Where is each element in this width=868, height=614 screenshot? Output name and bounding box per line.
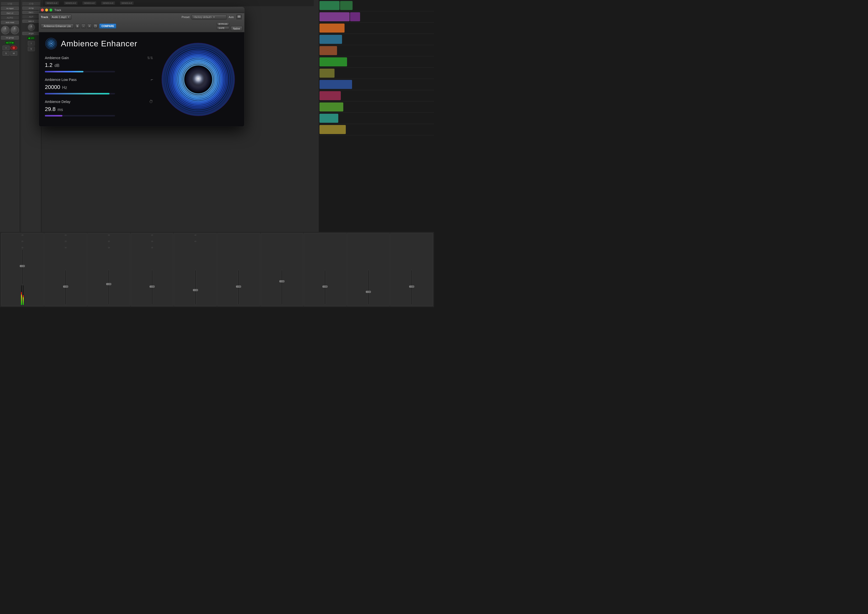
auto-svg	[237, 14, 241, 19]
bottom-strip-10	[390, 233, 433, 306]
preset-dropdown[interactable]: <factory default> ▼	[191, 14, 227, 20]
param-value-row-gain: 1.2 dB	[45, 62, 153, 68]
sends-label-3: SENDS A-E	[82, 2, 96, 5]
window-title: Track	[54, 9, 61, 11]
btn-b[interactable]: b	[75, 24, 80, 28]
bf-10[interactable]	[391, 234, 432, 305]
param-slider-gain[interactable]	[45, 71, 115, 72]
clip-row-4	[319, 34, 434, 45]
clip-row-5	[319, 45, 434, 56]
bs-scale-1: 202530	[21, 234, 23, 248]
clip-6[interactable]	[320, 35, 342, 44]
slider-fill-delay	[45, 115, 62, 116]
param-name-delay: Ambience Delay	[45, 100, 70, 104]
bottom-strip-6	[217, 233, 260, 306]
title-bar: Track	[39, 7, 244, 13]
param-header-delay: Ambience Delay ⏱	[45, 99, 153, 104]
compare-button[interactable]: COMPARE	[99, 23, 116, 29]
group-label-2: no gro	[22, 32, 40, 35]
btn-minus[interactable]: -	[81, 24, 86, 28]
sends-label-4: SENDS A-E	[101, 2, 115, 5]
clip-5[interactable]	[320, 23, 345, 33]
insert-btn-1[interactable]: I	[3, 46, 9, 50]
safe-button[interactable]: SAFE	[217, 26, 229, 30]
clip-8[interactable]	[320, 57, 347, 67]
clip-row-11	[319, 113, 434, 124]
bf-7[interactable]	[261, 234, 303, 305]
corner-icon: ⌐	[151, 78, 153, 82]
bf-4[interactable]	[132, 249, 173, 305]
auto-label-1: AUTO	[1, 16, 19, 20]
clip-row-1	[319, 0, 434, 11]
knob-1a[interactable]	[1, 26, 9, 34]
clip-9[interactable]	[320, 69, 334, 78]
sends-area: SENDS A-E SENDS A-E SENDS A-E SENDS A-E …	[43, 0, 314, 6]
clip-7[interactable]	[320, 46, 337, 55]
bypass-button[interactable]: BYPASS	[217, 22, 229, 26]
btn-copy[interactable]: ❐	[93, 24, 98, 28]
param-header-gain: Ambience Gain ⇅⇅	[45, 56, 153, 60]
close-button[interactable]	[41, 9, 44, 11]
knob-1b[interactable]	[11, 26, 19, 34]
maximize-button[interactable]	[50, 9, 52, 11]
svg-point-7	[50, 43, 52, 44]
solo-btn-2[interactable]: S	[28, 47, 35, 51]
param-slider-lowpass[interactable]	[45, 93, 115, 95]
clip-row-6	[319, 56, 434, 68]
svg-rect-0	[238, 16, 241, 16]
bf-6[interactable]	[218, 234, 259, 305]
level-display-1: ◀ 100 ▶	[5, 40, 15, 45]
bf-5[interactable]	[175, 243, 216, 305]
clip-14[interactable]	[320, 125, 346, 134]
clip-10[interactable]	[320, 80, 352, 89]
insert-btn-2[interactable]: I	[28, 41, 35, 46]
logo-svg	[45, 37, 57, 50]
svg-point-32	[162, 43, 234, 116]
clip-row-12	[319, 124, 434, 135]
bs-scale-2: 202530	[65, 234, 67, 248]
plugin-title-area: Ambience Enhancer	[45, 37, 153, 50]
output-label-1: Out 1-2	[1, 11, 19, 15]
clip-4[interactable]	[350, 12, 360, 21]
plugin-window: Track Track Audio 1.dup1 ▼ Preset <facto…	[39, 7, 244, 127]
param-value-row-lowpass: 20000 Hz	[45, 84, 153, 90]
clip-2[interactable]	[340, 1, 352, 10]
sends-label-5: SENDS A-E	[120, 2, 134, 5]
bs-scale-3: 203035	[108, 234, 110, 248]
clip-11[interactable]	[320, 91, 341, 100]
plugin-title: Ambience Enhancer	[61, 39, 137, 48]
preset-label: Preset	[182, 16, 190, 19]
param-slider-delay[interactable]	[45, 115, 115, 116]
bf-2[interactable]	[45, 249, 87, 305]
pt-header: Track Audio 1.dup1 ▼ Preset <factory def…	[39, 13, 244, 32]
param-unit-delay: ms	[57, 107, 63, 112]
dropdown-arrow-2: ▼	[213, 16, 215, 18]
clip-row-2	[319, 11, 434, 23]
clip-13[interactable]	[320, 114, 338, 123]
bf-8[interactable]	[304, 234, 346, 305]
auto-icon[interactable]	[236, 14, 242, 20]
bottom-strip-8	[304, 233, 346, 306]
plugin-content: Ambience Enhancer Ambience Gain ⇅⇅ 1.2 d…	[39, 32, 244, 127]
minimize-button[interactable]	[45, 9, 48, 11]
bf-3[interactable]	[88, 249, 130, 305]
mute-btn-1[interactable]: M	[10, 51, 17, 56]
audio-track-dropdown[interactable]: Audio 1.dup1 ▼	[50, 14, 71, 20]
btn-plus[interactable]: +	[87, 24, 92, 28]
clip-12[interactable]	[320, 102, 343, 112]
traffic-lights	[41, 9, 52, 11]
native-button[interactable]: Native	[231, 26, 242, 31]
knob-2[interactable]	[28, 24, 35, 31]
clip-1[interactable]	[320, 1, 340, 10]
clip-3[interactable]	[320, 12, 349, 21]
bf-1[interactable]	[2, 249, 43, 284]
param-header-lowpass: Ambience Low Pass ⌐	[45, 78, 153, 82]
solo-btn-1[interactable]: S	[3, 51, 9, 56]
auto-label-2: AUT	[22, 15, 40, 19]
auto-label-header: Auto	[228, 16, 234, 19]
auto-dropdown-area	[236, 14, 242, 20]
bf-9[interactable]	[348, 234, 389, 305]
track-label: Track	[41, 16, 48, 19]
clip-row-9	[319, 90, 434, 101]
record-btn-1[interactable]	[10, 46, 17, 50]
